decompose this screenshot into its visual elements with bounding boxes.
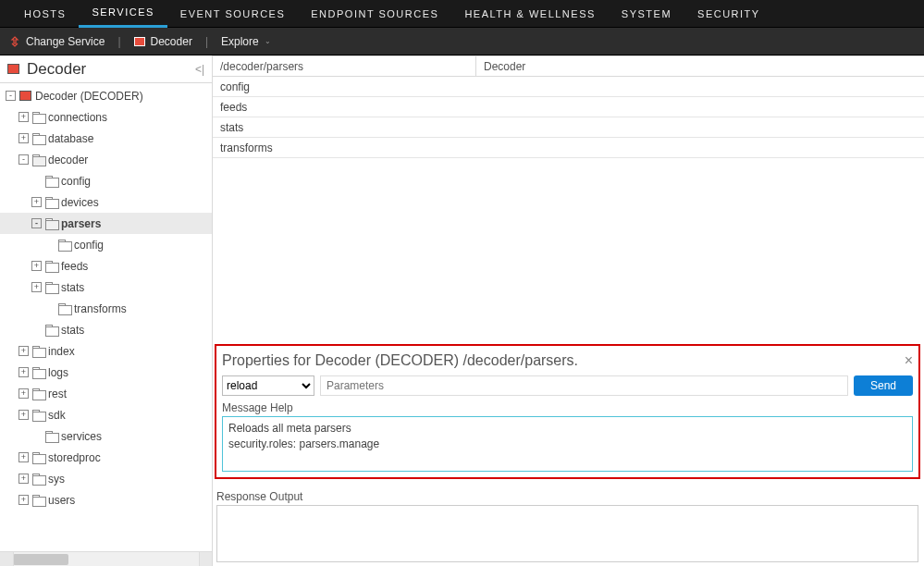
list-item-stats[interactable]: stats — [213, 117, 924, 138]
sub-bar: Change Service | Decoder | Explore ⌄ — [0, 28, 924, 55]
tree-toggle[interactable]: + — [31, 261, 42, 271]
breadcrumb-service: Decoder — [476, 56, 924, 76]
send-button[interactable]: Send — [854, 375, 913, 396]
folder-icon — [58, 303, 70, 314]
decoder-crumb-label: Decoder — [151, 35, 192, 48]
tree-toggle[interactable]: + — [18, 495, 29, 505]
top-nav: HOSTS SERVICES EVENT SOURCES ENDPOINT SO… — [0, 0, 924, 28]
change-service-icon — [9, 36, 20, 47]
tree-item-label: sys — [48, 473, 65, 486]
tree-item-label: storedproc — [48, 451, 101, 464]
tree-toggle — [31, 176, 42, 186]
nav-hosts[interactable]: HOSTS — [11, 0, 79, 28]
tree-toggle — [44, 240, 55, 250]
tree-item-config[interactable]: config — [0, 234, 212, 255]
main-layout: Decoder <| -Decoder (DECODER)+connection… — [0, 55, 924, 566]
tree-item-label: transforms — [74, 302, 127, 315]
tree-item-sys[interactable]: +sys — [0, 468, 212, 489]
tree-toggle[interactable]: + — [18, 410, 29, 420]
parameters-input[interactable] — [320, 375, 848, 396]
tree-toggle — [44, 303, 55, 314]
tree-toggle[interactable]: + — [18, 474, 29, 484]
tree-toggle[interactable]: + — [18, 112, 29, 122]
tree-toggle[interactable]: + — [18, 367, 29, 377]
folder-icon — [45, 431, 57, 441]
properties-title: Properties for Decoder (DECODER) /decode… — [222, 352, 578, 369]
nav-services[interactable]: SERVICES — [79, 0, 166, 28]
tree-item-services[interactable]: services — [0, 425, 212, 447]
list-item-transforms[interactable]: transforms — [213, 138, 924, 158]
response-output-label: Response Output — [216, 490, 918, 503]
tree-toggle[interactable]: - — [31, 218, 42, 228]
chevron-down-icon: ⌄ — [265, 37, 271, 45]
nav-system[interactable]: SYSTEM — [609, 0, 684, 28]
tree-item-devices[interactable]: +devices — [0, 191, 212, 213]
sidebar-title: Decoder — [27, 60, 86, 79]
help-text-2: security.roles: parsers.manage — [228, 437, 906, 452]
folder-icon — [32, 367, 44, 377]
message-help-box: Reloads all meta parsers security.roles:… — [222, 416, 913, 472]
tree-toggle[interactable]: + — [18, 346, 29, 356]
tree-item-connections[interactable]: +connections — [0, 106, 212, 128]
explore-dropdown[interactable]: Explore ⌄ — [221, 35, 271, 48]
separator: | — [205, 35, 208, 48]
nav-event-sources[interactable]: EVENT SOURCES — [167, 0, 298, 28]
nav-health-wellness[interactable]: HEALTH & WELLNESS — [451, 0, 608, 28]
tree-item-sdk[interactable]: +sdk — [0, 404, 212, 425]
separator: | — [117, 35, 120, 48]
folder-icon — [45, 282, 57, 292]
tree-item-rest[interactable]: +rest — [0, 383, 212, 404]
tree-item-config[interactable]: config — [0, 170, 212, 191]
close-icon[interactable]: × — [905, 352, 913, 369]
decoder-icon — [134, 37, 145, 46]
decoder-crumb[interactable]: Decoder — [134, 35, 192, 48]
command-select[interactable]: reload — [222, 375, 314, 396]
tree-item-storedproc[interactable]: +storedproc — [0, 447, 212, 468]
tree-item-users[interactable]: +users — [0, 489, 212, 511]
properties-header: Properties for Decoder (DECODER) /decode… — [222, 350, 913, 372]
horizontal-scrollbar[interactable] — [0, 551, 212, 566]
tree-item-decoder[interactable]: -decoder — [0, 149, 212, 170]
tree-item-stats[interactable]: +stats — [0, 277, 212, 298]
nav-endpoint-sources[interactable]: ENDPOINT SOURCES — [298, 0, 451, 28]
tree-item-feeds[interactable]: +feeds — [0, 255, 212, 277]
tree-item-logs[interactable]: +logs — [0, 362, 212, 383]
tree-item-transforms[interactable]: transforms — [0, 298, 212, 319]
change-service-button[interactable]: Change Service — [9, 35, 105, 48]
tree-item-label: config — [74, 239, 104, 252]
breadcrumb-row: /decoder/parsers Decoder — [213, 56, 924, 77]
list-item-config[interactable]: config — [213, 77, 924, 97]
tree-toggle[interactable]: - — [18, 154, 29, 165]
tree-toggle[interactable]: + — [31, 282, 42, 292]
tree-item-decoder-decoder-[interactable]: -Decoder (DECODER) — [0, 85, 212, 106]
folder-icon — [32, 112, 44, 122]
tree-toggle[interactable]: + — [18, 133, 29, 143]
tree-item-label: feeds — [61, 260, 88, 273]
collapse-sidebar-button[interactable]: <| — [195, 63, 204, 76]
tree[interactable]: -Decoder (DECODER)+connections+database-… — [0, 83, 212, 551]
tree-toggle[interactable]: - — [6, 91, 16, 101]
tree-toggle[interactable]: + — [31, 197, 42, 207]
tree-item-index[interactable]: +index — [0, 340, 212, 362]
explore-label: Explore — [221, 35, 259, 48]
folder-icon — [45, 218, 57, 228]
change-service-label: Change Service — [26, 35, 105, 48]
tree-item-label: logs — [48, 366, 68, 379]
tree-item-parsers[interactable]: -parsers — [0, 213, 212, 234]
tree-toggle[interactable]: + — [18, 388, 29, 399]
tree-item-database[interactable]: +database — [0, 128, 212, 149]
tree-item-label: connections — [48, 111, 107, 124]
folder-icon — [45, 261, 57, 271]
folder-icon — [32, 474, 44, 484]
sidebar-header: Decoder <| — [0, 55, 212, 83]
tree-item-stats[interactable]: stats — [0, 319, 212, 340]
tree-toggle[interactable]: + — [18, 452, 29, 462]
breadcrumb-path[interactable]: /decoder/parsers — [213, 56, 476, 76]
nav-security[interactable]: SECURITY — [684, 0, 773, 28]
tree-toggle — [31, 431, 42, 441]
tree-item-label: Decoder (DECODER) — [35, 90, 143, 103]
tree-item-label: parsers — [61, 217, 101, 230]
list-item-feeds[interactable]: feeds — [213, 97, 924, 117]
folder-icon — [32, 452, 44, 462]
response-section: Response Output — [216, 485, 918, 562]
